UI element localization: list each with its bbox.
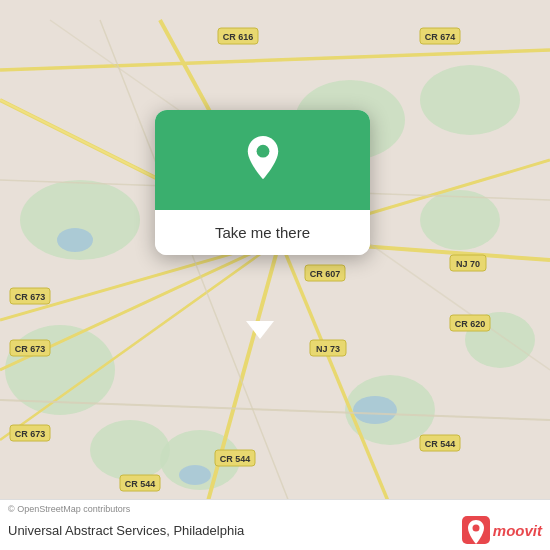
svg-point-10 xyxy=(57,228,93,252)
copyright-text: © OpenStreetMap contributors xyxy=(8,504,542,514)
svg-text:NJ 70: NJ 70 xyxy=(456,259,480,269)
svg-text:CR 544: CR 544 xyxy=(425,439,456,449)
moovit-logo: moovit xyxy=(462,516,542,544)
svg-text:CR 607: CR 607 xyxy=(310,269,341,279)
svg-text:NJ 73: NJ 73 xyxy=(316,344,340,354)
svg-point-2 xyxy=(420,65,520,135)
svg-text:CR 673: CR 673 xyxy=(15,429,46,439)
popup-pointer xyxy=(246,321,274,339)
svg-text:CR 544: CR 544 xyxy=(220,454,251,464)
place-name: Universal Abstract Services, Philadelphi… xyxy=(8,523,244,538)
svg-point-56 xyxy=(472,525,479,532)
svg-point-12 xyxy=(179,465,211,485)
location-pin-icon xyxy=(239,136,287,184)
bottom-info: Universal Abstract Services, Philadelphi… xyxy=(8,516,542,544)
svg-text:CR 544: CR 544 xyxy=(125,479,156,489)
svg-point-9 xyxy=(420,190,500,250)
svg-text:CR 673: CR 673 xyxy=(15,344,46,354)
svg-text:CR 620: CR 620 xyxy=(455,319,486,329)
svg-point-11 xyxy=(353,396,397,424)
svg-text:CR 673: CR 673 xyxy=(15,292,46,302)
popup-card: Take me there xyxy=(155,110,370,255)
map-container: CR 616 CR 674 CR 674 CR 673 CR 673 CR 67… xyxy=(0,0,550,550)
svg-point-54 xyxy=(256,145,269,158)
popup-green-header xyxy=(155,110,370,210)
moovit-icon xyxy=(462,516,490,544)
moovit-text: moovit xyxy=(493,522,542,539)
take-me-there-button[interactable]: Take me there xyxy=(155,210,370,255)
map-background: CR 616 CR 674 CR 674 CR 673 CR 673 CR 67… xyxy=(0,0,550,550)
svg-text:CR 674: CR 674 xyxy=(425,32,456,42)
svg-text:CR 616: CR 616 xyxy=(223,32,254,42)
bottom-bar: © OpenStreetMap contributors Universal A… xyxy=(0,499,550,550)
svg-point-4 xyxy=(90,420,170,480)
